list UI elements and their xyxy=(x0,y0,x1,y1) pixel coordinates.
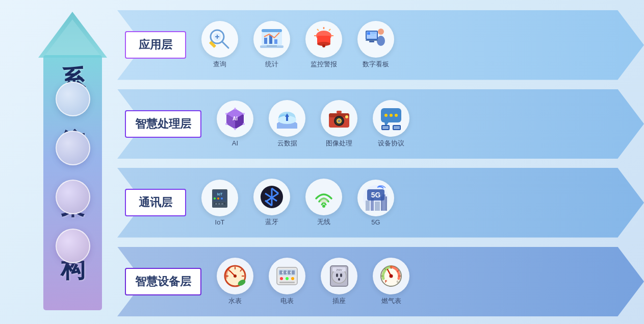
svg-rect-123 xyxy=(340,273,342,277)
svg-marker-1 xyxy=(43,19,102,58)
circle-node-2 xyxy=(56,131,90,165)
svg-line-22 xyxy=(317,29,319,31)
iot-label: IoT xyxy=(215,218,225,226)
svg-point-85 xyxy=(320,198,328,203)
electric-meter-icon-circle xyxy=(269,258,305,294)
svg-rect-11 xyxy=(264,38,267,44)
ai-icon-circle: AI xyxy=(217,101,253,137)
cloud-label: 云数据 xyxy=(277,139,297,148)
svg-point-112 xyxy=(286,272,287,273)
svg-point-38 xyxy=(234,108,236,110)
svg-point-26 xyxy=(377,36,385,46)
icon-cloud: 云数据 xyxy=(269,100,305,148)
svg-rect-31 xyxy=(371,34,374,36)
svg-text:F: F xyxy=(385,280,388,283)
svg-point-71 xyxy=(214,197,216,200)
alarm-label: 监控警报 xyxy=(311,60,337,69)
svg-rect-77 xyxy=(221,203,223,205)
icon-image: 图像处理 xyxy=(321,100,357,148)
svg-rect-50 xyxy=(286,117,288,121)
stats-icon-circle xyxy=(253,21,290,58)
svg-rect-13 xyxy=(274,39,277,44)
wifi-icon-circle xyxy=(305,179,342,215)
5g-label: 5G xyxy=(371,218,380,226)
svg-point-115 xyxy=(286,277,289,280)
socket-label: 插座 xyxy=(332,296,346,306)
icon-wifi: 无线 xyxy=(305,179,342,227)
layer-device: 智慧设备层 xyxy=(117,244,634,319)
svg-point-40 xyxy=(243,123,245,125)
comm-icons: IoT IoT xyxy=(201,179,394,227)
icon-socket: 250V 插座 xyxy=(321,258,357,306)
search-icon-circle xyxy=(201,21,238,58)
svg-rect-57 xyxy=(337,111,342,113)
icon-bluetooth: 蓝牙 xyxy=(253,179,290,227)
smart-icons: AI AI xyxy=(217,100,409,148)
electric-meter-label: 电表 xyxy=(280,296,294,306)
svg-rect-110 xyxy=(292,270,295,275)
svg-point-114 xyxy=(280,277,283,280)
svg-point-41 xyxy=(234,128,236,130)
icon-water-meter: 水表 xyxy=(217,258,253,306)
svg-rect-124 xyxy=(338,278,340,281)
svg-point-58 xyxy=(345,115,348,118)
svg-point-39 xyxy=(243,113,245,115)
icon-alarm: 监控警报 xyxy=(305,21,342,69)
water-meter-label: 水表 xyxy=(228,296,242,306)
search-label: 查询 xyxy=(213,60,226,69)
svg-point-42 xyxy=(225,123,227,125)
icon-5g: 5G 5G xyxy=(357,180,394,226)
svg-point-43 xyxy=(225,113,227,115)
gas-meter-icon-circle: F 0 xyxy=(373,258,409,294)
dashboard-icon-circle xyxy=(357,21,394,58)
svg-line-21 xyxy=(329,29,330,31)
comm-label-box: 通讯层 xyxy=(125,189,186,216)
svg-rect-10 xyxy=(262,29,282,32)
app-icons: 查询 xyxy=(201,21,394,69)
svg-rect-29 xyxy=(367,32,370,35)
icon-iot: IoT IoT xyxy=(201,180,238,226)
protocol-label: 设备协议 xyxy=(378,139,404,148)
svg-point-84 xyxy=(322,205,325,208)
app-label: 应用层 xyxy=(139,38,172,51)
icon-protocol: 设备协议 xyxy=(373,100,409,148)
svg-point-56 xyxy=(338,119,341,122)
image-icon-circle xyxy=(321,100,357,137)
alarm-icon-circle xyxy=(305,21,342,58)
svg-point-135 xyxy=(390,274,393,278)
gas-meter-label: 燃气表 xyxy=(381,296,401,306)
svg-point-111 xyxy=(282,272,283,273)
water-meter-icon-circle xyxy=(217,258,253,294)
svg-rect-76 xyxy=(218,203,220,205)
svg-line-4 xyxy=(222,42,228,48)
main-content: 应用层 查询 xyxy=(117,8,634,319)
svg-text:5G: 5G xyxy=(371,191,381,199)
circle-node-4 xyxy=(56,229,90,263)
smart-label-box: 智慧处理层 xyxy=(125,110,201,138)
cloud-icon-circle xyxy=(269,100,305,137)
bluetooth-icon-circle xyxy=(253,179,290,215)
dashboard-label: 数字看板 xyxy=(363,60,389,69)
svg-point-62 xyxy=(395,114,398,117)
svg-point-61 xyxy=(390,114,393,117)
smart-label: 智慧处理层 xyxy=(135,117,191,130)
svg-point-60 xyxy=(384,114,388,117)
icon-gas-meter: F 0 燃气表 xyxy=(373,258,409,306)
svg-rect-89 xyxy=(375,202,380,211)
svg-rect-15 xyxy=(267,45,277,46)
svg-point-72 xyxy=(217,197,219,200)
socket-icon-circle: 250V xyxy=(321,258,357,294)
icon-search: 查询 xyxy=(201,21,238,69)
svg-rect-75 xyxy=(215,203,217,205)
comm-label: 通讯层 xyxy=(139,196,172,209)
svg-rect-117 xyxy=(279,282,295,283)
device-label-box: 智慧设备层 xyxy=(125,268,201,295)
5g-icon-circle: 5G xyxy=(357,180,394,216)
svg-text:250V: 250V xyxy=(336,268,342,271)
iot-icon-circle: IoT xyxy=(201,180,238,216)
icon-stats: 统计 xyxy=(253,21,290,69)
app-label-box: 应用层 xyxy=(125,31,186,59)
wifi-label: 无线 xyxy=(317,217,330,227)
circle-node-3 xyxy=(56,180,90,214)
svg-point-102 xyxy=(234,275,237,278)
